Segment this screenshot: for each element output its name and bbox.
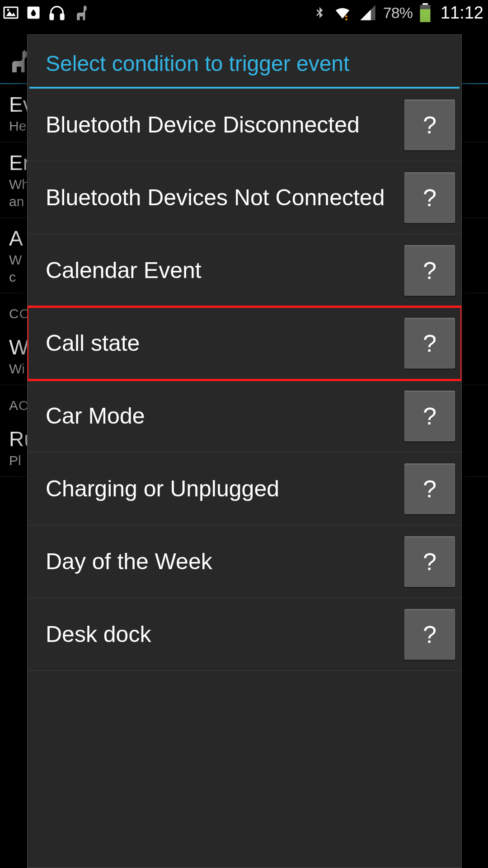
condition-help-button[interactable]: ? (404, 318, 455, 368)
condition-help-button[interactable]: ? (404, 391, 455, 441)
headphones-icon (48, 4, 66, 22)
dialog-header: Select condition to trigger event (28, 35, 461, 87)
condition-label: Bluetooth Device Disconnected (46, 111, 404, 138)
svg-point-2 (7, 9, 9, 11)
drop-icon (25, 5, 42, 21)
condition-help-button[interactable]: ? (404, 609, 455, 660)
condition-label: Calendar Event (46, 257, 404, 284)
battery-percent: 78% (383, 4, 413, 22)
condition-help-button[interactable]: ? (404, 463, 455, 514)
condition-row[interactable]: Calendar Event? (28, 234, 461, 307)
condition-help-button[interactable]: ? (404, 245, 455, 296)
status-bar-right: 78% 11:12 (313, 3, 483, 23)
condition-label: Bluetooth Devices Not Connected (46, 184, 404, 211)
status-bar: 78% 11:12 (0, 0, 488, 25)
condition-label: Charging or Unplugged (46, 475, 404, 502)
bluetooth-icon (313, 4, 326, 22)
condition-picker-dialog: Select condition to trigger event Blueto… (27, 34, 462, 868)
battery-icon (419, 3, 432, 22)
condition-list[interactable]: Bluetooth Device Disconnected?Bluetooth … (28, 89, 461, 868)
condition-row[interactable]: Bluetooth Device Disconnected? (28, 89, 461, 161)
svg-rect-4 (50, 14, 53, 19)
condition-row[interactable]: Day of the Week? (28, 525, 461, 598)
gallery-icon (3, 5, 19, 21)
svg-marker-1 (6, 11, 16, 16)
status-bar-left (3, 4, 90, 22)
condition-row[interactable]: Call state? (28, 307, 461, 380)
wifi-icon (333, 4, 352, 22)
condition-label: Day of the Week (46, 548, 404, 575)
condition-label: Car Mode (46, 402, 404, 429)
condition-label: Desk dock (46, 621, 404, 648)
condition-row[interactable]: Car Mode? (28, 380, 461, 453)
condition-row[interactable]: Charging or Unplugged? (28, 453, 461, 525)
condition-label: Call state (46, 330, 404, 357)
svg-rect-0 (4, 7, 18, 18)
dialog-title: Select condition to trigger event (46, 51, 443, 76)
condition-row[interactable]: Bluetooth Devices Not Connected? (28, 161, 461, 234)
condition-help-button[interactable]: ? (404, 172, 455, 223)
svg-rect-8 (420, 9, 430, 22)
condition-help-button[interactable]: ? (404, 99, 455, 150)
svg-rect-5 (61, 14, 64, 19)
condition-row[interactable]: Desk dock? (28, 598, 461, 671)
condition-help-button[interactable]: ? (404, 536, 455, 587)
svg-rect-6 (422, 3, 427, 5)
status-clock: 11:12 (441, 3, 483, 23)
llama-icon (72, 4, 90, 22)
signal-icon (359, 4, 377, 22)
